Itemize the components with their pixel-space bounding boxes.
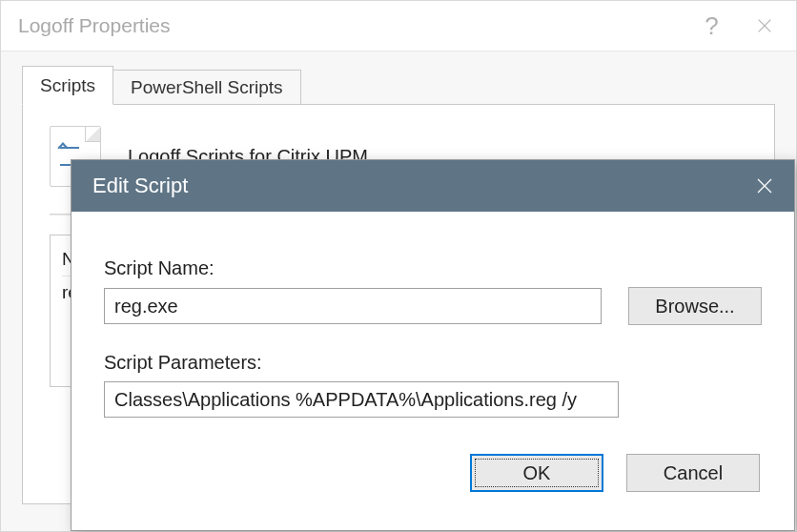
edit-script-title: Edit Script	[92, 174, 735, 198]
ok-button[interactable]: OK	[470, 454, 603, 492]
dialog-button-row: OK Cancel	[104, 454, 762, 492]
properties-close-icon[interactable]	[738, 5, 790, 48]
script-name-input[interactable]	[104, 288, 602, 324]
tab-powershell-scripts[interactable]: PowerShell Scripts	[112, 70, 300, 105]
script-parameters-input[interactable]	[104, 381, 619, 418]
tabstrip: Scripts PowerShell Scripts	[22, 65, 775, 105]
help-icon[interactable]: ?	[685, 5, 738, 48]
tab-scripts[interactable]: Scripts	[22, 66, 113, 105]
script-name-group: Script Name: Browse...	[104, 257, 762, 325]
edit-script-dialog: Edit Script Script Name: Browse... Scrip…	[71, 159, 795, 531]
script-parameters-group: Script Parameters:	[104, 352, 762, 418]
cancel-button[interactable]: Cancel	[626, 454, 760, 492]
properties-titlebar: Logoff Properties ?	[1, 1, 796, 51]
edit-script-titlebar: Edit Script	[72, 160, 794, 212]
browse-button[interactable]: Browse...	[628, 287, 762, 325]
edit-script-body: Script Name: Browse... Script Parameters…	[72, 212, 794, 507]
script-name-label: Script Name:	[104, 257, 762, 279]
properties-title: Logoff Properties	[18, 14, 685, 37]
script-parameters-label: Script Parameters:	[104, 352, 762, 374]
close-icon[interactable]	[735, 160, 794, 212]
